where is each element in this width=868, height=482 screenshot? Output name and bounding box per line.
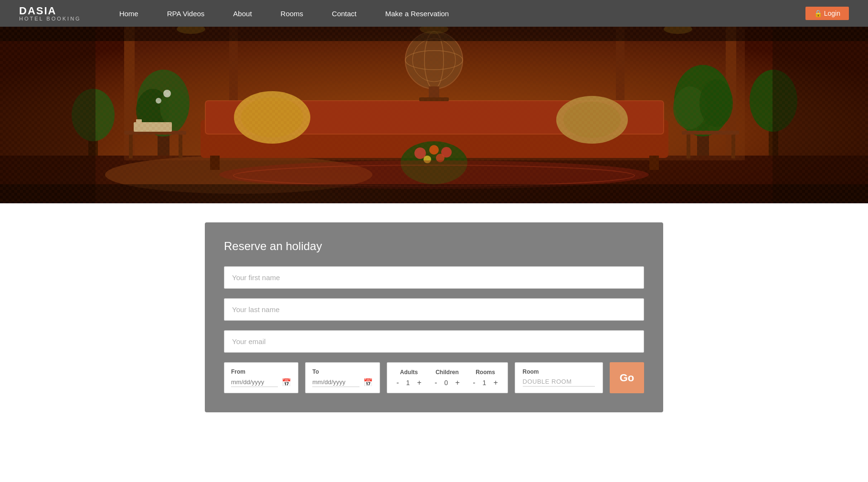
adults-counter: Adults - 1 + — [395, 369, 423, 387]
to-label: To — [312, 368, 372, 375]
counters-box: Adults - 1 + Children - 0 + — [387, 362, 508, 393]
svg-rect-64 — [0, 27, 868, 203]
reservation-box: Reserve an holiday From 📅 To — [205, 222, 663, 412]
login-button[interactable]: 🔒 Login — [805, 7, 849, 20]
to-date-input[interactable] — [312, 378, 359, 387]
room-type-label: Room — [523, 368, 595, 375]
nav-rpa-videos[interactable]: RPA Videos — [167, 10, 205, 18]
children-counter: Children - 0 + — [433, 369, 462, 387]
hero-image — [0, 27, 868, 203]
hero-svg — [0, 27, 868, 203]
last-name-input[interactable] — [224, 298, 644, 321]
go-button[interactable]: Go — [610, 362, 644, 393]
nav-about[interactable]: About — [233, 10, 252, 18]
to-calendar-icon[interactable]: 📅 — [363, 378, 373, 387]
adults-label: Adults — [400, 369, 418, 376]
from-calendar-icon[interactable]: 📅 — [282, 378, 291, 387]
reservation-title: Reserve an holiday — [224, 240, 644, 253]
children-label: Children — [435, 369, 459, 376]
adults-increment[interactable]: + — [416, 378, 422, 387]
nav-links: Home RPA Videos About Rooms Contact Make… — [119, 10, 805, 18]
navbar: DASIA HOTEL BOOKING Home RPA Videos Abou… — [0, 0, 868, 27]
room-type-box: Room DOUBLE ROOM — [515, 362, 603, 393]
from-date-box: From 📅 — [224, 362, 298, 393]
rooms-increment[interactable]: + — [492, 378, 498, 387]
logo-name: DASIA — [19, 6, 81, 16]
adults-decrement[interactable]: - — [395, 378, 400, 387]
children-decrement[interactable]: - — [434, 378, 438, 387]
nav-reservation[interactable]: Make a Reservation — [385, 10, 449, 18]
children-increment[interactable]: + — [454, 378, 460, 387]
last-name-group — [224, 298, 644, 321]
adults-value: 1 — [403, 379, 412, 387]
rooms-counter: Rooms - 1 + — [471, 369, 500, 387]
from-label: From — [231, 368, 291, 375]
rooms-label: Rooms — [476, 369, 495, 376]
site-logo[interactable]: DASIA HOTEL BOOKING — [19, 6, 81, 21]
nav-rooms[interactable]: Rooms — [281, 10, 304, 18]
to-date-box: To 📅 — [305, 362, 380, 393]
email-input[interactable] — [224, 330, 644, 353]
room-type-value: DOUBLE ROOM — [523, 378, 595, 387]
children-value: 0 — [442, 379, 450, 387]
from-date-input[interactable] — [231, 378, 278, 387]
logo-subtitle: HOTEL BOOKING — [19, 16, 81, 21]
first-name-input[interactable] — [224, 266, 644, 289]
rooms-decrement[interactable]: - — [472, 378, 476, 387]
first-name-group — [224, 266, 644, 289]
main-content: Reserve an holiday From 📅 To — [0, 203, 868, 441]
nav-home[interactable]: Home — [119, 10, 138, 18]
rooms-value: 1 — [480, 379, 488, 387]
nav-contact[interactable]: Contact — [332, 10, 357, 18]
bottom-row: From 📅 To 📅 Adults - — [224, 362, 644, 393]
email-group — [224, 330, 644, 353]
